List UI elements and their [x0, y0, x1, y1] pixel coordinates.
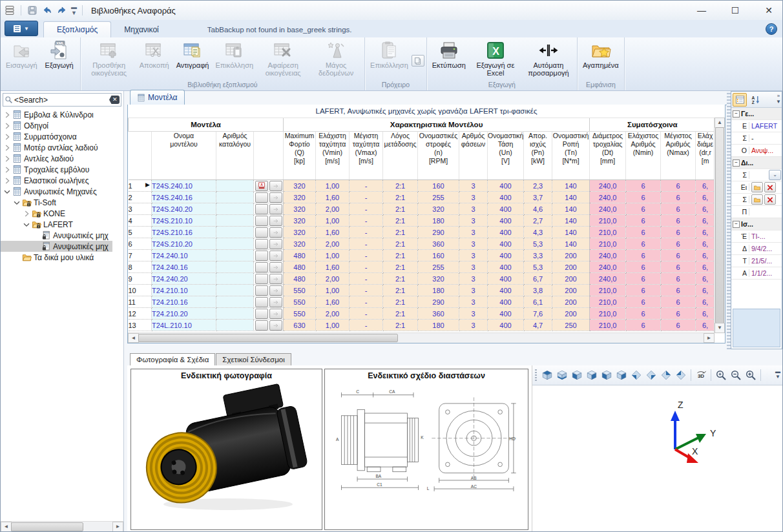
- tree-item[interactable]: Εμβολα & Κύλινδροι: [1, 109, 98, 120]
- value-cell[interactable]: 550: [284, 296, 316, 308]
- value-cell[interactable]: 400: [488, 238, 524, 250]
- column-header[interactable]: Απορ. ισχύς (Pn) [kW]: [524, 132, 552, 180]
- value-cell[interactable]: 6: [661, 296, 696, 308]
- ribbon-button-wizard[interactable]: Μάγος δεδομένων: [309, 38, 362, 77]
- value-cell[interactable]: 6: [661, 215, 696, 227]
- value-cell[interactable]: 1,00: [316, 250, 350, 261]
- value-cell[interactable]: 6: [626, 215, 661, 227]
- value-cell[interactable]: 6,: [696, 261, 715, 273]
- property-row[interactable]: Α1/1/2...: [731, 267, 782, 280]
- value-cell[interactable]: 290: [418, 227, 459, 238]
- delete-button[interactable]: [764, 194, 776, 205]
- value-cell[interactable]: 400: [488, 203, 524, 215]
- table-row[interactable]: 3T24S.240.203202,00-2:132034004,6140240,…: [129, 203, 715, 215]
- ribbon-button-tablecut[interactable]: Αποκοπή: [136, 38, 173, 69]
- column-header[interactable]: Maximum Φορτίο (Q) [kp]: [284, 132, 316, 180]
- browse-folder-button[interactable]: [751, 194, 763, 205]
- value-cell[interactable]: 290: [418, 296, 459, 308]
- value-cell[interactable]: 2:1: [383, 273, 418, 285]
- value-cell[interactable]: 6: [626, 285, 661, 296]
- grid-vertical-scrollbar[interactable]: ▲ ▼: [714, 118, 725, 333]
- table-row[interactable]: 8T24.240.164801,60-2:125534005,3200240,0…: [129, 261, 715, 273]
- tree-item[interactable]: Αντλίες λαδιού: [1, 153, 78, 164]
- chevron-right-icon[interactable]: [3, 143, 12, 152]
- ribbon-button-favorites[interactable]: Αγαπημένα: [579, 38, 622, 69]
- goto-button[interactable]: [269, 309, 282, 319]
- zoom-in-button[interactable]: [744, 369, 757, 382]
- value-cell[interactable]: 200: [552, 250, 590, 261]
- value-cell[interactable]: 6: [661, 285, 696, 296]
- maximize-button[interactable]: ☐: [727, 5, 744, 15]
- value-cell[interactable]: 160: [418, 180, 459, 192]
- value-cell[interactable]: 6: [661, 227, 696, 238]
- value-cell[interactable]: 2:1: [383, 180, 418, 192]
- value-cell[interactable]: 210,0: [590, 285, 626, 296]
- value-cell[interactable]: 3: [459, 203, 488, 215]
- iso-nw-button[interactable]: [674, 369, 687, 382]
- catalog-number-cell[interactable]: [216, 273, 254, 285]
- pdf-button[interactable]: [255, 297, 268, 307]
- value-cell[interactable]: 1,60: [316, 296, 350, 308]
- iso-se-button[interactable]: [645, 369, 658, 382]
- combo-dropdown-button[interactable]: ⌄: [769, 170, 781, 180]
- value-cell[interactable]: 140: [552, 238, 590, 250]
- pdf-button[interactable]: [255, 227, 268, 238]
- column-header[interactable]: Ελάχιστος Αριθμός (Nmin): [626, 132, 661, 180]
- table-row[interactable]: 13T24L.210.106301,00-2:118034004,7250210…: [129, 320, 715, 331]
- value-cell[interactable]: 1,00: [316, 285, 350, 296]
- property-category[interactable]: −Ισ...: [731, 218, 782, 230]
- sidebar-horizontal-scrollbar[interactable]: ◄ ►: [1, 521, 123, 531]
- column-header[interactable]: [129, 132, 152, 180]
- column-header[interactable]: Μέγιστος Αριθμός (Nmax): [661, 132, 696, 180]
- value-cell[interactable]: 6: [626, 273, 661, 285]
- value-cell[interactable]: 200: [552, 296, 590, 308]
- value-cell[interactable]: 210,0: [590, 308, 626, 320]
- value-cell[interactable]: 2:1: [383, 250, 418, 261]
- pdf-button[interactable]: [255, 274, 268, 284]
- property-row[interactable]: Δ9/4/2...: [731, 243, 782, 255]
- value-cell[interactable]: 250: [552, 320, 590, 331]
- value-cell[interactable]: 3: [459, 320, 488, 331]
- value-cell[interactable]: 6: [626, 238, 661, 250]
- catalog-number-cell[interactable]: [216, 238, 254, 250]
- model-name-cell[interactable]: T24S.240.16: [152, 192, 216, 203]
- undo-button[interactable]: [41, 5, 53, 16]
- value-cell[interactable]: 240,0: [590, 261, 626, 273]
- pdf-button[interactable]: A: [255, 181, 268, 191]
- value-cell[interactable]: 210,0: [590, 238, 626, 250]
- value-cell[interactable]: 6: [661, 273, 696, 285]
- value-cell[interactable]: 400: [488, 308, 524, 320]
- value-cell[interactable]: 3: [459, 296, 488, 308]
- value-cell[interactable]: 140: [552, 227, 590, 238]
- value-cell[interactable]: 6,: [696, 285, 715, 296]
- pdf-button[interactable]: [255, 320, 268, 331]
- table-row[interactable]: 5T24S.210.163201,60-2:129034004,3140210,…: [129, 227, 715, 238]
- value-cell[interactable]: 3: [459, 261, 488, 273]
- view-left-button[interactable]: [570, 369, 583, 382]
- goto-button[interactable]: [269, 320, 282, 331]
- value-cell[interactable]: 6: [626, 180, 661, 192]
- browse-folder-button[interactable]: [751, 182, 763, 192]
- zoom-window-button[interactable]: [715, 369, 727, 382]
- value-cell[interactable]: 1,00: [316, 320, 350, 331]
- value-cell[interactable]: 6: [626, 250, 661, 261]
- ribbon-button-exportxml[interactable]: XMLΕξαγωγή: [41, 38, 78, 69]
- minimize-button[interactable]: —: [693, 5, 710, 15]
- value-cell[interactable]: 6: [626, 227, 661, 238]
- model-name-cell[interactable]: T24.210.20: [152, 308, 216, 320]
- value-cell[interactable]: 6: [626, 320, 661, 331]
- value-cell[interactable]: 5,3: [524, 261, 552, 273]
- chevron-right-icon[interactable]: [3, 176, 12, 185]
- value-cell[interactable]: -: [350, 308, 383, 320]
- collapse-icon[interactable]: −: [733, 110, 740, 118]
- value-cell[interactable]: 320: [418, 203, 459, 215]
- value-cell[interactable]: 6,: [696, 296, 715, 308]
- value-cell[interactable]: 240,0: [590, 273, 626, 285]
- pdf-button[interactable]: [255, 216, 268, 226]
- categorized-view-button[interactable]: [733, 93, 747, 107]
- value-cell[interactable]: 6: [661, 250, 696, 261]
- goto-button[interactable]: [269, 181, 282, 191]
- zoom-out-button[interactable]: [729, 369, 742, 382]
- value-cell[interactable]: 6: [661, 320, 696, 331]
- value-cell[interactable]: 4,7: [524, 320, 552, 331]
